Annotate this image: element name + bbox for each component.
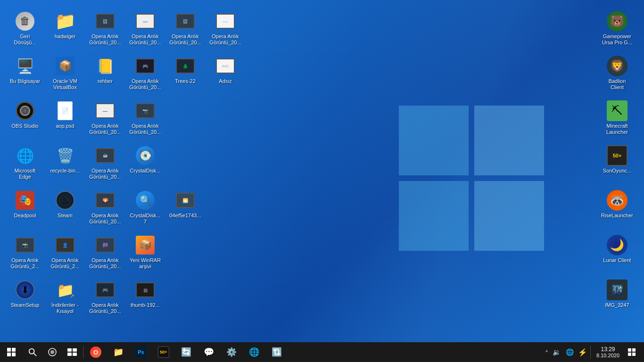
icon-steam[interactable]: ♨ Steam [47, 186, 83, 229]
desktop-icons-left: 🗑 GeriDönüşü... 📁 hadwiger 🖼 Opera Anlık… [5, 5, 248, 321]
icon-crystaldisk1[interactable]: 💽 CrystalDisk... [127, 141, 163, 184]
empty-cell-2 [207, 97, 243, 139]
taskbar-divider [83, 346, 83, 359]
icon-opera-ss10[interactable]: 📸 Opera AnlıkGörüntü_2... [7, 231, 43, 273]
icon-lunar-client[interactable]: 🌙 Lunar Client [599, 231, 635, 273]
tray-icon-volume[interactable]: 🔉 [550, 342, 563, 362]
clock-time: 13:29 [601, 346, 615, 353]
icon-rehber[interactable]: 📒 rehber [87, 52, 123, 94]
system-tray: ^ 🔉 🌐 ⚡ 13:29 8.10.2020 [544, 342, 644, 362]
start-button[interactable] [0, 342, 23, 362]
icon-img3247[interactable]: 🌃 IMG_3247 [599, 276, 635, 318]
taskbar-app8[interactable]: 🔃 [265, 342, 288, 362]
icon-geri-donusum[interactable]: 🗑 GeriDönüşü... [7, 7, 43, 49]
tray-divider [590, 346, 591, 359]
icon-opera-ss12[interactable]: 🌆 Opera AnlıkGörüntü_20... [87, 231, 123, 273]
icon-steamsetup[interactable]: ⬇ SteamSetup [7, 276, 43, 318]
taskbar: O 📁 Ps 50+ 🔄 💬 ⚙️ 🌐 [0, 342, 644, 362]
svg-rect-2 [7, 353, 11, 356]
svg-rect-9 [73, 348, 77, 352]
task-view-button[interactable] [62, 342, 82, 362]
tray-icon-network[interactable]: 🌐 [563, 342, 576, 362]
svg-rect-15 [632, 353, 636, 356]
tray-icon-battery[interactable]: ⚡ [576, 342, 589, 362]
empty-cell-1 [167, 97, 203, 139]
clock[interactable]: 13:29 8.10.2020 [592, 342, 624, 362]
icon-opera-ss13[interactable]: 🎮 Opera AnlıkGörüntü_20... [87, 276, 123, 318]
icon-crystaldisk2[interactable]: 🔍 CrystalDisk...7 [127, 186, 163, 229]
icon-trees-22[interactable]: 🌲 Trees-22 [167, 52, 203, 94]
taskbar-edge[interactable]: 🌐 [243, 342, 265, 362]
icon-file-hash[interactable]: 🌅 04ef5e1743... [167, 186, 203, 229]
icon-opera-ss8[interactable]: 🏔 Opera AnlıkGörüntü_20... [87, 141, 123, 184]
icon-opera-ss1[interactable]: 🖼 Opera AnlıkGörüntü_20... [87, 7, 123, 49]
icon-opera-ss11[interactable]: 👤 Opera AnlıkGörüntü_2... [47, 231, 83, 273]
taskbar-photoshop[interactable]: Ps [130, 342, 152, 362]
taskbar-app5[interactable]: 🔄 [175, 342, 198, 362]
icon-opera-ss6[interactable]: — Opera AnlıkGörüntü_20... [87, 97, 123, 139]
icon-hadwiger[interactable]: 📁 hadwiger [47, 7, 83, 49]
desktop: 🗑 GeriDönüşü... 📁 hadwiger 🖼 Opera Anlık… [0, 0, 644, 362]
icon-opera-ss9[interactable]: 🌄 Opera AnlıkGörüntü_20... [87, 186, 123, 229]
tray-expand-button[interactable]: ^ [544, 350, 550, 355]
svg-point-4 [29, 349, 34, 354]
taskbar-opera[interactable]: O [84, 342, 107, 362]
svg-rect-14 [628, 353, 631, 356]
svg-rect-8 [67, 348, 72, 352]
taskbar-pinned-apps: O 📁 Ps 50+ 🔄 💬 ⚙️ 🌐 [84, 342, 288, 362]
icon-sonoyun[interactable]: 50+ SonOyunc... [599, 141, 635, 184]
icon-ms-edge[interactable]: 🌐 MicrosoftEdge [7, 141, 43, 184]
icon-opera-ss3[interactable]: 🖼 Opera AnlıkGörüntü_20... [167, 7, 203, 49]
icon-badlion[interactable]: 🦁 BadlionClient [599, 52, 635, 94]
icon-aop-psd[interactable]: 📄 aop.psd [47, 97, 83, 139]
icon-winrar[interactable]: 📦 Yeni WinRARarşivi [127, 231, 163, 273]
icon-gamepower[interactable]: 🐻 GamepowerUrsa Pro G... [599, 7, 635, 49]
notification-button[interactable] [624, 342, 639, 362]
svg-rect-12 [628, 348, 631, 352]
icon-oracle-vm[interactable]: 📦 Oracle VMVirtualBox [47, 52, 83, 94]
icon-bu-bilgisayar[interactable]: 🖥️ Bu Bilgisayar [7, 52, 43, 94]
icon-obs-studio[interactable]: OBS Studio [7, 97, 43, 139]
icon-recycle-bin[interactable]: 🗑️ recycle-bin... [47, 141, 83, 184]
svg-rect-0 [7, 348, 11, 352]
windows-logo-bg [399, 106, 550, 256]
empty-cell-7 [207, 231, 243, 273]
icon-deadpool[interactable]: 🎭 Deadpool [7, 186, 43, 229]
search-button[interactable] [23, 342, 42, 362]
taskbar-settings[interactable]: ⚙️ [220, 342, 243, 362]
svg-line-5 [34, 354, 36, 356]
svg-rect-13 [632, 348, 636, 352]
icon-opera-ss7[interactable]: 📷 Opera AnlıkGörüntü_20... [127, 97, 163, 139]
clock-date: 8.10.2020 [596, 353, 619, 358]
icon-indirilenler[interactable]: 📁↗ İndirilenler -Kısayol [47, 276, 83, 318]
icon-riselauncher[interactable]: 🦝 RiseLauncher [599, 186, 635, 229]
empty-cell-5 [207, 186, 243, 229]
svg-rect-11 [73, 353, 77, 356]
icon-minecraft[interactable]: ⛏ MinecraftLauncher [599, 97, 635, 139]
taskbar-sonoyun[interactable]: 50+ [152, 342, 175, 362]
icon-thumb-192[interactable]: ▦ thumb-192... [127, 276, 163, 318]
taskbar-app6[interactable]: 💬 [198, 342, 220, 362]
svg-rect-3 [12, 353, 16, 356]
taskbar-file-explorer[interactable]: 📁 [107, 342, 130, 362]
icon-opera-ss2[interactable]: — Opera AnlıkGörüntü_20... [127, 7, 163, 49]
desktop-icons-right: 🐻 GamepowerUrsa Pro G... 🦁 BadlionClient… [597, 5, 639, 321]
svg-rect-1 [12, 348, 16, 352]
icon-opera-ss4[interactable]: — Opera AnlıkGörüntü_20... [207, 7, 243, 49]
icon-opera-ss5[interactable]: 🎮 Opera AnlıkGörüntü_20... [127, 52, 163, 94]
empty-cell-4 [207, 141, 243, 184]
svg-rect-10 [67, 353, 72, 356]
empty-cell-3 [167, 141, 203, 184]
svg-point-7 [50, 350, 54, 354]
cortana-button[interactable] [42, 342, 62, 362]
icon-adsiz[interactable]: IMG Adsız [207, 52, 243, 94]
empty-cell-6 [167, 231, 203, 273]
